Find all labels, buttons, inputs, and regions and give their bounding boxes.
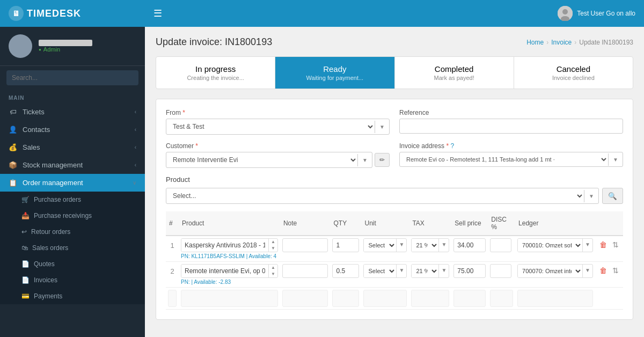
row-2-actions-cell: 🗑 ⇅: [595, 262, 623, 288]
step-in-progress[interactable]: In progress Creating the invoice...: [156, 57, 275, 89]
row-2-disc-input[interactable]: [490, 264, 511, 278]
search-input[interactable]: [6, 70, 138, 85]
step-canceled-subtitle: Invoice declined: [523, 75, 624, 81]
row-1-ledger-select[interactable]: 700010: Omzet software ▼: [517, 238, 593, 252]
col-disc: DISC %: [488, 211, 515, 236]
row-2-note-input[interactable]: [282, 264, 328, 278]
sales-icon: 💰: [9, 143, 17, 151]
row-2-unit-arrow: ▼: [396, 265, 406, 277]
row-1-delete-button[interactable]: 🗑: [597, 238, 609, 251]
row-2-sell-price-input[interactable]: [453, 264, 486, 278]
customer-edit-button[interactable]: ✏: [375, 153, 390, 167]
col-sell-price: Sell price: [451, 211, 488, 236]
retour-orders-icon: ↩: [21, 228, 27, 236]
step-ready[interactable]: Ready Waiting for payment...: [275, 57, 394, 89]
sidebar-item-tickets[interactable]: 🏷 Tickets ‹: [0, 103, 145, 121]
row-2-ledger-arrow: ▼: [582, 265, 592, 277]
menu-icon[interactable]: ☰: [153, 8, 162, 19]
main-topbar: ☰ Test User Go on allo: [145, 0, 644, 27]
row-1-product-input[interactable]: [181, 239, 268, 252]
sidebar-subitem-purchase-receivings[interactable]: 📥 Purchase receivings: [0, 208, 145, 224]
sidebar-subitem-invoices[interactable]: 📄 Invoices: [0, 272, 145, 288]
row-2-tax-select[interactable]: 21 % ▼: [411, 264, 449, 278]
row-1-tax-arrow: ▼: [438, 239, 449, 252]
row-1-qty-input[interactable]: [332, 238, 359, 252]
topbar-user: Test User Go on allo: [558, 6, 635, 21]
row-2-ledger-select-input[interactable]: 700070: Omzet interventies: [518, 265, 582, 277]
sidebar-subitem-retour-orders[interactable]: ↩ Retour orders: [0, 224, 145, 240]
chevron-icon: ‹: [135, 109, 136, 115]
step-completed-subtitle: Mark as payed!: [404, 75, 505, 81]
customer-select[interactable]: Remote Interventie Evi ▼: [166, 152, 372, 168]
row-1-tax-select-input[interactable]: 21 %: [412, 239, 438, 252]
contacts-icon: 👤: [9, 126, 17, 134]
row-2-qty-input[interactable]: [332, 264, 359, 278]
help-icon[interactable]: ?: [450, 142, 454, 150]
invoice-address-label: Invoice address * ?: [399, 142, 623, 150]
row-1-arrow-down[interactable]: ▼: [269, 245, 277, 252]
row-1-ledger-arrow: ▼: [582, 239, 592, 252]
step-completed[interactable]: Completed Mark as payed!: [395, 57, 514, 89]
row-2-tax-arrow: ▼: [438, 265, 449, 277]
row-1-tax-select[interactable]: 21 % ▼: [411, 238, 449, 252]
row-2-unit-select[interactable]: Select... ▼: [363, 264, 407, 278]
sidebar-item-sales[interactable]: 💰 Sales ‹: [0, 138, 145, 156]
row-1-note-input[interactable]: [282, 238, 328, 252]
row-1-unit-select-input[interactable]: Select...: [364, 239, 396, 252]
customer-select-input[interactable]: Remote Interventie Evi: [166, 152, 357, 167]
row-2-unit-select-input[interactable]: Select...: [364, 265, 396, 277]
product-search-button[interactable]: 🔍: [602, 188, 623, 204]
col-note: Note: [280, 211, 331, 236]
row-2-tax-cell: 21 % ▼: [409, 262, 451, 288]
customer-group: Customer * Remote Interventie Evi ▼ ✏: [166, 142, 390, 168]
invoice-address-select[interactable]: Remote Evi co - Remotetest 1, 111 Testa-…: [399, 152, 623, 167]
sidebar-item-stock[interactable]: 📦 Stock management ‹: [0, 156, 145, 174]
sidebar-subitem-purchase-orders[interactable]: 🛒 Purchase orders: [0, 192, 145, 208]
step-canceled[interactable]: Canceled Invoice declined: [514, 57, 633, 89]
sidebar-subitem-sales-orders[interactable]: 🛍 Sales orders: [0, 240, 145, 256]
row-2-reorder-button[interactable]: ⇅: [610, 264, 621, 277]
row-1-unit-select[interactable]: Select... ▼: [363, 238, 407, 252]
quotes-icon: 📄: [21, 260, 30, 268]
sales-orders-icon: 🛍: [21, 244, 28, 252]
row-1-disc-input[interactable]: [490, 238, 511, 252]
breadcrumb-home[interactable]: Home: [526, 39, 544, 46]
sidebar-search[interactable]: [0, 66, 145, 90]
from-select[interactable]: Test & Test ▼: [166, 119, 390, 135]
row-1-sell-price-cell: [451, 236, 488, 262]
row-1-product-cell: ▲ ▼ PN: KL1171B5AFS-SSLIM | Available: 4: [179, 236, 280, 262]
empty-row-1: [166, 288, 623, 310]
sidebar-subitem-payments[interactable]: 💳 Payments: [0, 288, 145, 304]
row-1-sell-price-input[interactable]: [453, 238, 486, 252]
form-row-1: From * Test & Test ▼ Reference: [166, 109, 623, 135]
row-2-delete-button[interactable]: 🗑: [597, 264, 609, 277]
invoice-address-select-input[interactable]: Remote Evi co - Remotetest 1, 111 Testa-…: [400, 152, 608, 166]
breadcrumb-invoice[interactable]: Invoice: [551, 39, 572, 46]
row-2-ledger-select[interactable]: 700070: Omzet interventies ▼: [517, 264, 593, 278]
col-actions: [595, 211, 623, 236]
row-1-tax-cell: 21 % ▼: [409, 236, 451, 262]
sidebar-subitem-quotes[interactable]: 📄 Quotes: [0, 256, 145, 272]
row-2-product-input[interactable]: [181, 265, 268, 277]
row-1-reorder-button[interactable]: ⇅: [610, 238, 621, 251]
sidebar-item-contacts[interactable]: 👤 Contacts ‹: [0, 121, 145, 138]
row-1-arrow-up[interactable]: ▲: [269, 239, 277, 245]
row-2-tax-select-input[interactable]: 21 %: [412, 265, 438, 277]
product-select[interactable]: Select... ▼: [166, 188, 599, 204]
reference-label: Reference: [399, 109, 623, 116]
product-select-input[interactable]: Select...: [166, 188, 584, 203]
reference-input[interactable]: [399, 119, 623, 134]
from-select-input[interactable]: Test & Test: [166, 119, 375, 134]
chevron-icon: ‹: [135, 144, 136, 150]
row-2-arrow-up[interactable]: ▲: [269, 265, 277, 271]
product-select-row: Select... ▼ 🔍: [166, 188, 623, 204]
row-1-ledger-select-input[interactable]: 700010: Omzet software: [518, 239, 582, 252]
row-1-num: 1: [166, 236, 179, 262]
sidebar-item-order[interactable]: 📋 Order management ∨: [0, 174, 145, 192]
sidebar-user-name: John Doe: [39, 40, 92, 46]
from-select-arrow: ▼: [375, 121, 389, 133]
row-2-unit-cell: Select... ▼: [361, 262, 409, 288]
row-2-arrow-down[interactable]: ▼: [269, 271, 277, 277]
app-logo: 🖥 TIMEDESK: [9, 6, 81, 21]
form-row-2: Customer * Remote Interventie Evi ▼ ✏: [166, 142, 623, 168]
